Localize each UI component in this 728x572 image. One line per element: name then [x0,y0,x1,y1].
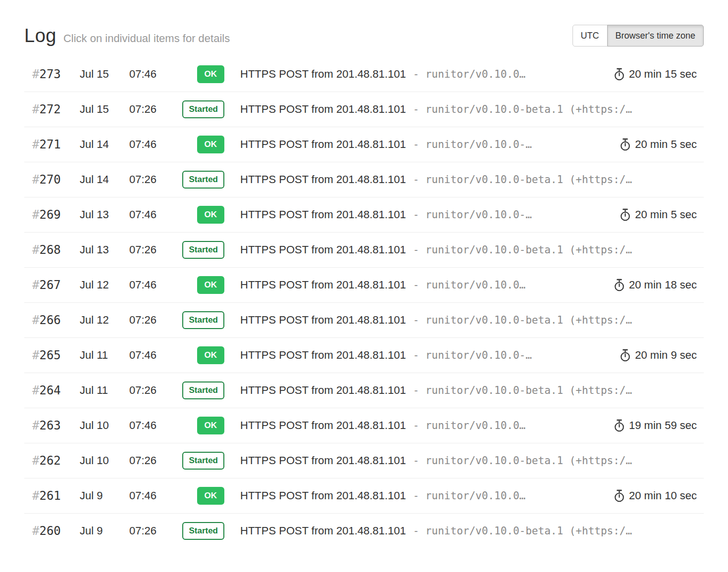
event-duration-text: 20 min 5 sec [635,208,697,221]
event-description: HTTPS POST from 201.48.81.101- runitor/v… [224,279,606,291]
event-description: HTTPS POST from 201.48.81.101- runitor/v… [224,68,606,81]
event-message: HTTPS POST from 201.48.81.101 [240,173,406,186]
status-badge-cell: OK [177,206,224,224]
stopwatch-icon [614,489,625,502]
event-duration-text: 20 min 18 sec [629,279,697,291]
browser-timezone-button[interactable]: Browser's time zone [607,25,704,47]
event-id: #263 [32,419,80,432]
event-date: Jul 12 [80,314,129,327]
log-row[interactable]: #262 Jul 10 07:26 Started HTTPS POST fro… [24,443,704,478]
event-id: #273 [32,67,80,81]
event-id-hash: # [32,138,39,151]
event-description: HTTPS POST from 201.48.81.101- runitor/v… [224,243,674,256]
log-row[interactable]: #268 Jul 13 07:26 Started HTTPS POST fro… [24,232,704,267]
log-row[interactable]: #265 Jul 11 07:46 OK HTTPS POST from 201… [24,337,704,373]
log-row[interactable]: #267 Jul 12 07:46 OK HTTPS POST from 201… [24,267,704,302]
event-duration: 20 min 5 sec [620,138,697,151]
event-message: HTTPS POST from 201.48.81.101 [240,489,406,502]
event-duration-text: 20 min 10 sec [629,489,697,502]
event-id-number: 269 [39,208,60,222]
event-date: Jul 14 [80,173,129,186]
status-badge-cell: OK [177,136,224,153]
log-row[interactable]: #263 Jul 10 07:46 OK HTTPS POST from 201… [24,408,704,443]
log-row[interactable]: #261 Jul 9 07:46 OK HTTPS POST from 201.… [24,478,704,513]
event-message: HTTPS POST from 201.48.81.101 [240,524,406,537]
status-badge: OK [197,487,225,505]
event-id-number: 265 [39,348,60,362]
utc-button[interactable]: UTC [572,25,608,47]
stopwatch-icon [620,349,631,362]
event-id-number: 272 [39,102,60,116]
status-badge: Started [182,452,224,470]
event-time: 07:26 [129,173,177,186]
event-description: HTTPS POST from 201.48.81.101- runitor/v… [224,489,606,502]
status-badge: OK [197,136,225,153]
page-title: Log [24,25,56,47]
event-message: HTTPS POST from 201.48.81.101 [240,243,406,256]
event-date: Jul 15 [80,103,129,116]
event-id: #261 [32,489,80,503]
event-duration: 20 min 18 sec [614,279,697,291]
event-user-agent: - runitor/v0.10.0-beta.1 (+https:/… [413,314,632,326]
log-row[interactable]: #264 Jul 11 07:26 Started HTTPS POST fro… [24,373,704,408]
status-badge-cell: Started [177,452,224,470]
event-id: #267 [32,278,80,292]
event-message: HTTPS POST from 201.48.81.101 [240,68,406,80]
event-duration-text: 20 min 9 sec [635,349,697,362]
log-page: Log Click on individual items for detail… [0,25,728,548]
status-badge-cell: Started [177,171,224,189]
status-badge-cell: OK [177,417,224,434]
event-id-hash: # [32,67,39,81]
event-id-number: 263 [39,419,60,432]
event-user-agent: - runitor/v0.10.0-… [413,209,532,221]
event-date: Jul 10 [80,454,129,467]
status-badge: OK [197,346,225,364]
event-id-hash: # [32,383,39,397]
event-description: HTTPS POST from 201.48.81.101- runitor/v… [224,103,674,116]
event-id-number: 271 [39,138,60,151]
page-header: Log Click on individual items for detail… [24,25,704,47]
status-badge: OK [197,276,225,294]
event-duration: 19 min 59 sec [614,419,697,432]
log-row[interactable]: #273 Jul 15 07:46 OK HTTPS POST from 201… [24,56,704,92]
event-id: #272 [32,102,80,116]
event-duration: 20 min 10 sec [614,489,697,502]
event-date: Jul 9 [80,489,129,502]
log-list: #273 Jul 15 07:46 OK HTTPS POST from 201… [24,56,704,548]
status-badge-cell: OK [177,65,224,83]
event-date: Jul 10 [80,419,129,432]
event-id: #271 [32,138,80,151]
log-row[interactable]: #269 Jul 13 07:46 OK HTTPS POST from 201… [24,197,704,232]
status-badge-cell: Started [177,311,224,329]
event-id-number: 268 [39,243,60,257]
event-time: 07:46 [129,349,177,362]
event-id-hash: # [32,348,39,362]
stopwatch-icon [614,419,625,432]
status-badge: OK [197,65,225,83]
event-id-hash: # [32,524,39,538]
event-time: 07:26 [129,524,177,537]
log-row[interactable]: #272 Jul 15 07:26 Started HTTPS POST fro… [24,92,704,127]
event-date: Jul 11 [80,384,129,397]
event-time: 07:26 [129,454,177,467]
event-user-agent: - runitor/v0.10.0… [413,490,526,502]
event-id-hash: # [32,454,39,468]
status-badge: Started [182,522,224,540]
event-description: HTTPS POST from 201.48.81.101- runitor/v… [224,138,612,151]
event-id: #260 [32,524,80,538]
log-row[interactable]: #271 Jul 14 07:46 OK HTTPS POST from 201… [24,127,704,162]
event-id-number: 261 [39,489,60,503]
status-badge-cell: OK [177,487,224,505]
log-row[interactable]: #260 Jul 9 07:26 Started HTTPS POST from… [24,513,704,548]
page-subtitle: Click on individual items for details [63,32,230,45]
log-row[interactable]: #266 Jul 12 07:26 Started HTTPS POST fro… [24,302,704,337]
log-row[interactable]: #270 Jul 14 07:26 Started HTTPS POST fro… [24,162,704,197]
event-description: HTTPS POST from 201.48.81.101- runitor/v… [224,419,606,432]
event-user-agent: - runitor/v0.10.0… [413,68,526,80]
event-id: #265 [32,348,80,362]
event-description: HTTPS POST from 201.48.81.101- runitor/v… [224,314,674,327]
event-time: 07:46 [129,279,177,291]
event-id-number: 260 [39,524,60,538]
event-id-hash: # [32,419,39,432]
status-badge: OK [197,206,225,224]
